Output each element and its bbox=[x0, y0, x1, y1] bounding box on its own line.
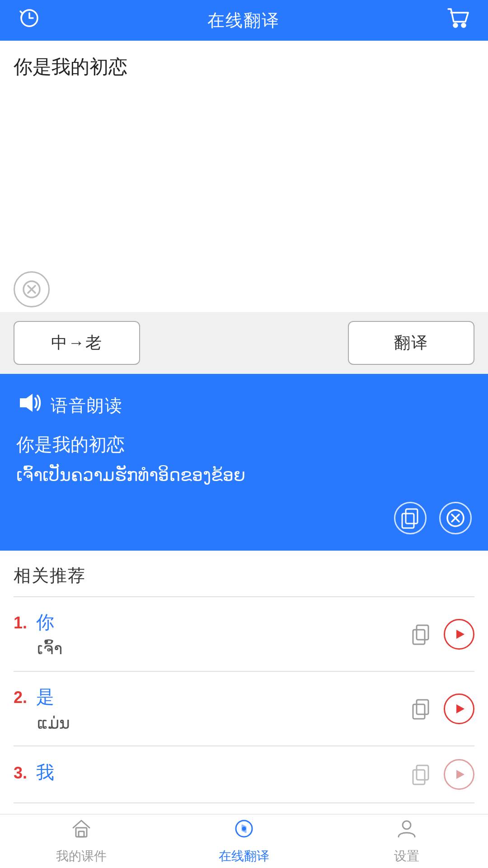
svg-marker-25 bbox=[242, 825, 246, 832]
item-play-button-3[interactable] bbox=[444, 759, 474, 790]
nav-item-settings[interactable]: 设置 bbox=[325, 818, 488, 865]
nav-label-translate: 在线翻译 bbox=[219, 848, 269, 865]
related-item-actions-1 bbox=[408, 619, 474, 650]
svg-point-26 bbox=[403, 821, 411, 829]
svg-rect-13 bbox=[413, 630, 425, 644]
related-title: 相关推荐 bbox=[14, 564, 474, 587]
related-item-lao-2: ແມ່ນ bbox=[37, 714, 408, 733]
related-item-actions-3 bbox=[408, 759, 474, 790]
clear-btn-container bbox=[0, 267, 488, 312]
related-item-left-1: 1. 你 ເຈົ້າ bbox=[14, 610, 408, 658]
svg-point-1 bbox=[454, 24, 457, 27]
related-item-cn-1: 你 bbox=[36, 612, 54, 632]
action-bar: 中→老 翻译 bbox=[0, 312, 488, 374]
svg-rect-18 bbox=[417, 765, 428, 780]
related-item-row-1: 1. 你 bbox=[14, 610, 408, 635]
result-close-button[interactable] bbox=[439, 502, 472, 534]
related-item-left-3: 3. 我 bbox=[14, 760, 408, 789]
clear-button[interactable] bbox=[14, 271, 50, 307]
related-item-cn-3: 我 bbox=[36, 762, 54, 782]
speaker-icon[interactable] bbox=[16, 390, 42, 421]
related-item-row-3: 3. 我 bbox=[14, 760, 408, 785]
related-section: 相关推荐 bbox=[0, 551, 488, 597]
svg-point-2 bbox=[462, 24, 465, 27]
related-item-cn-2: 是 bbox=[36, 687, 54, 707]
related-item: 1. 你 ເຈົ້າ bbox=[14, 597, 474, 672]
item-copy-button-1[interactable] bbox=[408, 621, 435, 648]
item-play-button-1[interactable] bbox=[444, 619, 474, 650]
home-icon bbox=[70, 818, 92, 844]
related-item-left-2: 2. 是 ແມ່ນ bbox=[14, 684, 408, 733]
svg-rect-12 bbox=[417, 625, 428, 640]
translation-result-area: 语音朗读 你是我的初恋 ເຈົ້າເປັນຄວາມຮັກທຳອິດຂອງຂ້ອຍ bbox=[0, 374, 488, 551]
result-header: 语音朗读 bbox=[16, 390, 472, 421]
svg-marker-17 bbox=[456, 704, 465, 713]
svg-marker-14 bbox=[456, 630, 465, 639]
result-actions bbox=[16, 502, 472, 534]
svg-marker-6 bbox=[20, 394, 33, 412]
history-icon[interactable] bbox=[18, 7, 41, 34]
nav-label-settings: 设置 bbox=[394, 848, 419, 865]
app-title: 在线翻译 bbox=[207, 9, 280, 32]
user-icon bbox=[396, 818, 418, 844]
nav-item-translate[interactable]: 在线翻译 bbox=[163, 818, 325, 865]
related-item: 2. 是 ແມ່ນ bbox=[14, 672, 474, 746]
item-play-button-2[interactable] bbox=[444, 693, 474, 724]
item-copy-button-2[interactable] bbox=[408, 695, 435, 722]
nav-item-home[interactable]: 我的课件 bbox=[0, 818, 163, 865]
related-item-number-1: 1. bbox=[14, 613, 27, 632]
related-item-lao-1: ເຈົ້າ bbox=[37, 639, 408, 658]
svg-rect-16 bbox=[413, 704, 425, 719]
nav-label-home: 我的课件 bbox=[56, 848, 107, 865]
related-item-number-3: 3. bbox=[14, 764, 27, 782]
translate-button[interactable]: 翻译 bbox=[348, 321, 474, 365]
related-list: 1. 你 ເຈົ້າ bbox=[0, 597, 488, 803]
svg-rect-7 bbox=[406, 509, 418, 524]
svg-rect-15 bbox=[417, 700, 428, 714]
bottom-navigation: 我的课件 在线翻译 设置 bbox=[0, 814, 488, 868]
related-item: 3. 我 bbox=[14, 746, 474, 803]
svg-rect-19 bbox=[413, 770, 425, 784]
result-copy-button[interactable] bbox=[394, 502, 427, 534]
related-item-actions-2 bbox=[408, 693, 474, 724]
svg-rect-21 bbox=[76, 828, 87, 837]
translation-input[interactable]: 你是我的初恋 bbox=[14, 54, 474, 235]
related-item-row-2: 2. 是 bbox=[14, 684, 408, 709]
compass-icon bbox=[233, 818, 255, 844]
related-item-number-2: 2. bbox=[14, 688, 27, 707]
svg-rect-22 bbox=[79, 831, 84, 837]
svg-rect-8 bbox=[402, 514, 414, 528]
app-header: 在线翻译 bbox=[0, 0, 488, 41]
main-content: 你是我的初恋 中→老 翻译 语音朗读 你是 bbox=[0, 41, 488, 868]
result-translated-text: ເຈົ້າເປັນຄວາມຮັກທຳອິດຂອງຂ້ອຍ bbox=[16, 462, 472, 488]
language-selector-button[interactable]: 中→老 bbox=[14, 321, 140, 365]
svg-marker-20 bbox=[456, 770, 465, 779]
cart-icon[interactable] bbox=[446, 6, 470, 34]
result-label: 语音朗读 bbox=[51, 394, 123, 417]
result-original-text: 你是我的初恋 bbox=[16, 432, 472, 457]
item-copy-button-3[interactable] bbox=[408, 761, 435, 788]
input-area: 你是我的初恋 bbox=[0, 41, 488, 267]
